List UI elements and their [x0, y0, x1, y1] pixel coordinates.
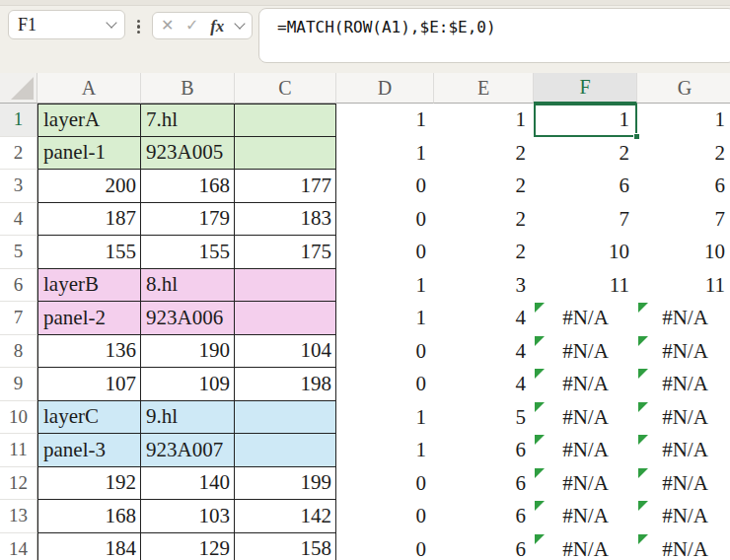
cell-F8[interactable]: #N/A: [534, 335, 637, 369]
chevron-down-icon[interactable]: [106, 17, 116, 28]
cell-F2[interactable]: 2: [534, 137, 637, 171]
row-header-9[interactable]: 9: [0, 368, 37, 401]
cell-C5[interactable]: 175: [235, 236, 336, 269]
fill-handle[interactable]: [633, 133, 640, 140]
cell-F12[interactable]: #N/A: [534, 467, 637, 501]
cell-A7[interactable]: panel-2: [37, 302, 141, 335]
cell-F14[interactable]: #N/A: [534, 533, 637, 560]
cell-C6[interactable]: [235, 269, 336, 303]
cell-C4[interactable]: 183: [235, 203, 336, 237]
cell-C1[interactable]: [235, 104, 336, 137]
cell-C7[interactable]: [235, 302, 336, 335]
cell-G7[interactable]: #N/A: [637, 302, 730, 335]
cell-D11[interactable]: 1: [336, 434, 434, 467]
cancel-icon[interactable]: ✕: [161, 18, 174, 34]
cell-A4[interactable]: 187: [37, 203, 141, 237]
cell-F10[interactable]: #N/A: [534, 401, 637, 435]
cell-E9[interactable]: 4: [434, 368, 534, 401]
cell-E13[interactable]: 6: [434, 500, 534, 533]
cell-G2[interactable]: 2: [637, 137, 730, 171]
cell-C9[interactable]: 198: [235, 368, 336, 401]
cell-D9[interactable]: 0: [336, 368, 434, 401]
cell-C2[interactable]: [235, 137, 336, 171]
cell-G12[interactable]: #N/A: [637, 467, 730, 501]
cell-E14[interactable]: 6: [434, 533, 534, 560]
cell-D4[interactable]: 0: [336, 203, 434, 237]
cell-F4[interactable]: 7: [534, 203, 637, 237]
row-header-6[interactable]: 6: [0, 269, 37, 303]
cell-E10[interactable]: 5: [434, 401, 534, 435]
cell-A1[interactable]: layerA: [37, 104, 141, 137]
cell-D3[interactable]: 0: [336, 170, 434, 203]
cell-E4[interactable]: 2: [434, 203, 534, 237]
cell-E1[interactable]: 1: [434, 104, 534, 137]
cell-C8[interactable]: 104: [235, 335, 336, 369]
cell-B11[interactable]: 923A007: [141, 434, 235, 467]
row-header-1[interactable]: 1: [0, 104, 37, 137]
column-header-C[interactable]: C: [235, 73, 336, 104]
cell-A6[interactable]: layerB: [37, 269, 141, 303]
cell-G3[interactable]: 6: [637, 170, 730, 203]
row-header-7[interactable]: 7: [0, 302, 37, 335]
column-header-G[interactable]: G: [637, 73, 730, 104]
cell-D14[interactable]: 0: [336, 533, 434, 560]
column-header-F[interactable]: F: [534, 73, 637, 104]
cell-A8[interactable]: 136: [37, 335, 141, 369]
cell-A11[interactable]: panel-3: [37, 434, 141, 467]
cell-C3[interactable]: 177: [235, 170, 336, 203]
cell-E3[interactable]: 2: [434, 170, 534, 203]
cell-A14[interactable]: 184: [37, 533, 141, 560]
cell-G6[interactable]: 11: [637, 269, 730, 303]
cell-C14[interactable]: 158: [235, 533, 336, 560]
cell-E2[interactable]: 2: [434, 137, 534, 171]
cell-F7[interactable]: #N/A: [534, 302, 637, 335]
cell-D2[interactable]: 1: [336, 137, 434, 171]
cell-A2[interactable]: panel-1: [37, 137, 141, 171]
cell-G4[interactable]: 7: [637, 203, 730, 237]
cell-B1[interactable]: 7.hl: [141, 104, 235, 137]
cell-G14[interactable]: #N/A: [637, 533, 730, 560]
cell-G5[interactable]: 10: [637, 236, 730, 269]
cell-A10[interactable]: layerC: [37, 401, 141, 435]
cell-G11[interactable]: #N/A: [637, 434, 730, 467]
cell-E11[interactable]: 6: [434, 434, 534, 467]
cell-C13[interactable]: 142: [235, 500, 336, 533]
cell-B14[interactable]: 129: [141, 533, 235, 560]
name-box[interactable]: F1: [8, 10, 125, 39]
cell-B10[interactable]: 9.hl: [141, 401, 235, 435]
cell-D5[interactable]: 0: [336, 236, 434, 269]
cell-B4[interactable]: 179: [141, 203, 235, 237]
row-header-4[interactable]: 4: [0, 203, 37, 237]
cell-E7[interactable]: 4: [434, 302, 534, 335]
cell-E12[interactable]: 6: [434, 467, 534, 501]
cell-D6[interactable]: 1: [336, 269, 434, 303]
cell-A9[interactable]: 107: [37, 368, 141, 401]
cell-A13[interactable]: 168: [37, 500, 141, 533]
cell-A5[interactable]: 155: [37, 236, 141, 269]
chevron-down-icon[interactable]: [234, 18, 245, 29]
cell-E6[interactable]: 3: [434, 269, 534, 303]
confirm-icon[interactable]: ✓: [185, 18, 198, 34]
row-header-11[interactable]: 11: [0, 434, 37, 467]
cell-A3[interactable]: 200: [37, 170, 141, 203]
cell-G10[interactable]: #N/A: [637, 401, 730, 435]
row-header-12[interactable]: 12: [0, 467, 37, 501]
row-header-2[interactable]: 2: [0, 137, 37, 171]
row-header-10[interactable]: 10: [0, 401, 37, 435]
row-header-14[interactable]: 14: [0, 533, 37, 560]
cell-D10[interactable]: 1: [336, 401, 434, 435]
cell-C10[interactable]: [235, 401, 336, 435]
cell-B5[interactable]: 155: [141, 236, 235, 269]
cell-B8[interactable]: 190: [141, 335, 235, 369]
cell-D8[interactable]: 0: [336, 335, 434, 369]
column-header-B[interactable]: B: [141, 73, 235, 104]
row-header-8[interactable]: 8: [0, 335, 37, 369]
cell-B13[interactable]: 103: [141, 500, 235, 533]
select-all-corner[interactable]: [0, 73, 37, 104]
cell-B3[interactable]: 168: [141, 170, 235, 203]
cell-F9[interactable]: #N/A: [534, 368, 637, 401]
cell-E5[interactable]: 2: [434, 236, 534, 269]
row-header-3[interactable]: 3: [0, 170, 37, 203]
cell-F1[interactable]: 1: [534, 104, 637, 137]
cell-B2[interactable]: 923A005: [141, 137, 235, 171]
